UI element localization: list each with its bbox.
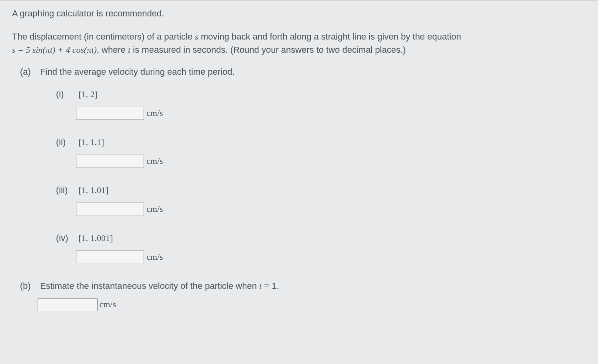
subpart-i-input[interactable]: [76, 107, 144, 119]
part-b-letter: (b): [20, 281, 38, 291]
part-a-label: (a) Find the average velocity during eac…: [12, 67, 586, 77]
part-b-label-row: (b) Estimate the instantaneous velocity …: [20, 281, 586, 291]
subpart-iv-roman: (iv): [56, 233, 76, 243]
subpart-iv: (iv) [1, 1.001] cm/s: [12, 233, 586, 263]
subpart-i-unit: cm/s: [146, 108, 163, 118]
problem-text-after2: is measured in seconds. (Round your answ…: [130, 45, 406, 55]
part-a-text: Find the average velocity during each ti…: [40, 67, 235, 77]
subpart-iii-answer-row: cm/s: [56, 203, 586, 215]
subpart-iv-answer-row: cm/s: [56, 251, 586, 263]
subpart-iii-label: (iii) [1, 1.01]: [56, 185, 586, 195]
subpart-iv-interval: [1, 1.001]: [78, 233, 113, 243]
subpart-i-interval: [1, 2]: [78, 89, 98, 99]
subpart-ii-roman: (ii): [56, 137, 76, 147]
part-b-equals: = 1.: [262, 281, 279, 291]
subpart-i: (i) [1, 2] cm/s: [12, 89, 586, 119]
subpart-iv-unit: cm/s: [146, 252, 163, 262]
part-b-text-before: Estimate the instantaneous velocity of t…: [40, 281, 259, 291]
subpart-i-roman: (i): [56, 89, 76, 99]
subpart-ii-interval: [1, 1.1]: [78, 137, 104, 147]
part-b-input[interactable]: [38, 298, 98, 311]
subpart-ii: (ii) [1, 1.1] cm/s: [12, 137, 586, 167]
subpart-iii-roman: (iii): [56, 185, 76, 195]
subpart-i-label: (i) [1, 2]: [56, 89, 586, 99]
intro-text: A graphing calculator is recommended.: [12, 8, 586, 19]
part-b-unit: cm/s: [99, 299, 116, 309]
problem-statement: The displacement (in centimeters) of a p…: [12, 30, 586, 56]
problem-page: A graphing calculator is recommended. Th…: [0, 0, 598, 364]
subpart-iii-input[interactable]: [76, 203, 144, 215]
displacement-equation: s = 5 sin(πt) + 4 cos(πt): [12, 45, 97, 55]
subpart-iv-label: (iv) [1, 1.001]: [56, 233, 586, 243]
part-b-answer-row: cm/s: [20, 298, 586, 311]
subpart-i-answer-row: cm/s: [56, 107, 586, 119]
part-b: (b) Estimate the instantaneous velocity …: [12, 281, 586, 311]
subpart-ii-label: (ii) [1, 1.1]: [56, 137, 586, 147]
subpart-ii-input[interactable]: [76, 155, 144, 167]
subpart-ii-unit: cm/s: [146, 156, 163, 166]
subpart-ii-answer-row: cm/s: [56, 155, 586, 167]
s-variable: s: [195, 32, 198, 42]
problem-text-mid: moving back and forth along a straight l…: [198, 32, 461, 42]
subpart-iii-interval: [1, 1.01]: [78, 185, 108, 195]
problem-text-before: The displacement (in centimeters) of a p…: [12, 32, 195, 42]
subpart-iii: (iii) [1, 1.01] cm/s: [12, 185, 586, 215]
part-a-letter: (a): [20, 67, 38, 77]
subpart-iii-unit: cm/s: [146, 204, 163, 214]
subpart-iv-input[interactable]: [76, 251, 144, 263]
problem-text-after1: , where: [97, 45, 128, 55]
